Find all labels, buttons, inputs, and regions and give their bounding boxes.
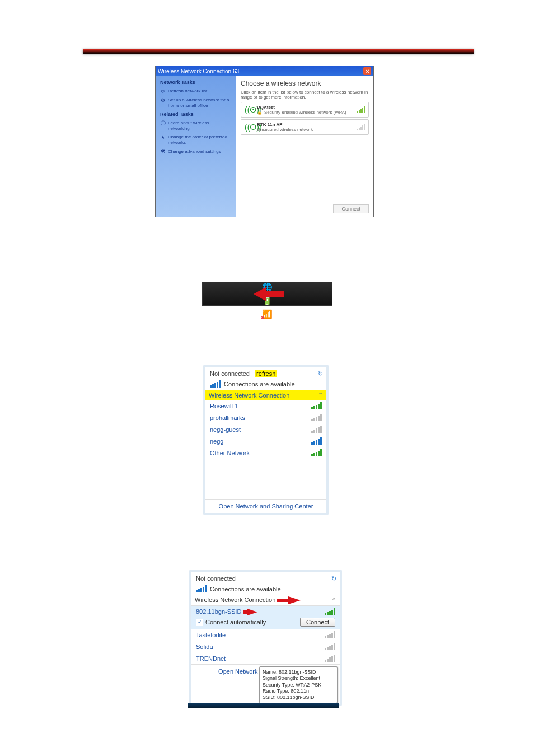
tooltip-line: Signal Strength: Excellent [263,675,334,682]
network-row[interactable]: negg [205,435,326,447]
network-name: DQAtest [257,105,354,110]
network-name: Solida [196,643,213,650]
signal-icon [311,449,322,456]
antenna-icon: ((ⵙ)) [245,105,254,114]
globe-icon[interactable]: 🌐 [262,282,273,292]
wnc-header[interactable]: Wireless Network Connection ⌃ [205,390,326,400]
network-row[interactable]: prohallmarks [205,412,326,423]
network-row[interactable]: Other Network [205,447,326,459]
network-row[interactable]: ((ⵙ))RTK 11n AP Unsecured wireless netwo… [241,119,369,135]
document-header-bar [83,49,474,54]
close-icon[interactable]: ✕ [363,67,371,75]
task-label: Set up a wireless network for a home or … [168,97,232,108]
learn-task[interactable]: ⓘLearn about wireless networking [160,120,232,131]
status-line: Not connected refresh [210,370,313,377]
tooltip-line: SSID: 802.11bgn-SSID [263,694,334,701]
signal-icon [325,643,335,650]
status-text: Not connected [210,370,250,377]
svg-marker-1 [277,596,301,604]
clock-time: 5:20 PM [301,323,329,329]
taskbar-strip [188,703,339,708]
refresh-icon[interactable]: ↻ [318,370,323,377]
xp-wireless-dialog: Wireless Network Connection 63 ✕ Network… [155,66,374,217]
signal-icon [325,631,335,638]
network-name: 802.11bgn-SSID [196,608,257,615]
sidebar-section-title: Related Tasks [160,111,232,117]
network-row[interactable]: ((ⵙ))DQAtest🔒 Security-enabled wireless … [241,102,369,118]
network-name: Other Network [210,450,250,456]
network-row-selected[interactable]: 802.11bgn-SSID ✓ Connect automatically C… [191,606,340,629]
advanced-task[interactable]: 🛠Change advanced settings [160,149,232,155]
clock-date: 8/21/2009 [301,329,329,336]
xp-titlebar[interactable]: Wireless Network Connection 63 ✕ [156,66,373,76]
auto-connect-label: Connect automatically [205,619,266,626]
available-text: Connections are available [224,381,295,388]
popup-header: Not connected ↻ Connections are availabl… [191,572,340,595]
network-security: 🔒 Security-enabled wireless network (WPA… [257,110,354,115]
network-row[interactable]: Tasteforlife [191,629,340,641]
refresh-icon[interactable]: ↻ [331,575,336,582]
network-popup-refresh: Not connected refresh ↻ Connections are … [203,365,329,515]
available-text: Connections are available [210,586,281,592]
chevron-up-icon: ⌃ [331,597,336,604]
network-name: Tasteforlife [196,632,226,638]
network-row[interactable]: Solida [191,641,340,652]
xp-info: Click an item in the list below to conne… [241,90,369,100]
xp-network-list: ((ⵙ))DQAtest🔒 Security-enabled wireless … [241,102,369,137]
task-icon: ↻ [160,88,166,94]
network-tooltip: Name: 802.11bgn-SSIDSignal Strength: Exc… [259,666,338,703]
lock-icon: 🔒 [257,110,263,115]
refresh-highlight: refresh [255,370,277,377]
signal-icon [357,106,365,113]
open-sharing-center-link[interactable]: Open Network and Sharing Center [205,499,326,513]
taskbar: 🌐 🔋 📶 5:20 PM 8/21/2009 [202,282,332,306]
network-name: RTK 11n AP [257,122,354,127]
task-label: Change advanced settings [168,149,221,155]
taskbar-clock[interactable]: 5:20 PM 8/21/2009 [301,323,329,336]
tooltip-line: Name: 802.11bgn-SSID [263,669,334,675]
wnc-title: Wireless Network Connection [209,392,289,399]
signal-icon [325,655,335,662]
signal-icon [196,585,207,592]
auto-connect-row: ✓ Connect automatically Connect [196,618,335,627]
tooltip-line: Radio Type: 802.11n [263,688,334,694]
task-icon: ⚙ [160,97,166,103]
network-name: Rosewill-1 [210,403,238,409]
network-list: 802.11bgn-SSID ✓ Connect automatically C… [191,606,340,664]
connect-button[interactable]: Connect [333,204,369,213]
signal-icon [357,124,365,130]
network-icon[interactable]: 📶 [262,309,273,319]
task-icon: 🛠 [160,149,166,155]
network-name: negg [210,438,223,445]
red-arrow-icon [277,596,301,604]
signal-icon [311,437,322,445]
available-row: Connections are available [196,585,326,592]
task-icon: ★ [160,134,166,140]
connect-button[interactable]: Connect [300,618,335,627]
battery-icon[interactable]: 🔋 [262,296,273,306]
network-security: Unsecured wireless network [257,127,354,132]
auto-connect-checkbox[interactable]: ✓ [196,619,203,626]
antenna-icon: ((ⵙ)) [245,123,254,132]
network-list: Rosewill-1prohallmarksnegg-guestneggOthe… [205,400,326,499]
task-label: Refresh network list [168,88,207,94]
network-name: TRENDnet [196,655,226,662]
wnc-header[interactable]: Wireless Network Connection ⌃ [191,595,340,606]
order-task[interactable]: ★Change the order of preferred networks [160,134,232,145]
network-name: prohallmarks [210,414,245,421]
signal-icon [311,426,322,433]
network-row[interactable]: TRENDnet [191,652,340,664]
setup-task[interactable]: ⚙Set up a wireless network for a home or… [160,97,232,108]
signal-icon [311,414,322,421]
xp-sidebar: Network Tasks↻Refresh network list⚙Set u… [156,76,236,217]
refresh-task[interactable]: ↻Refresh network list [160,88,232,94]
network-row[interactable]: negg-guest [205,423,326,435]
network-row[interactable]: Rosewill-1 [205,400,326,412]
signal-icon [325,608,335,615]
popup-header: Not connected refresh ↻ Connections are … [205,367,326,390]
xp-main: Choose a wireless network Click an item … [236,76,373,217]
xp-title: Wireless Network Connection 63 [158,68,363,74]
task-label: Change the order of preferred networks [168,134,232,145]
status-text: Not connected [196,575,326,582]
task-label: Learn about wireless networking [168,120,232,131]
